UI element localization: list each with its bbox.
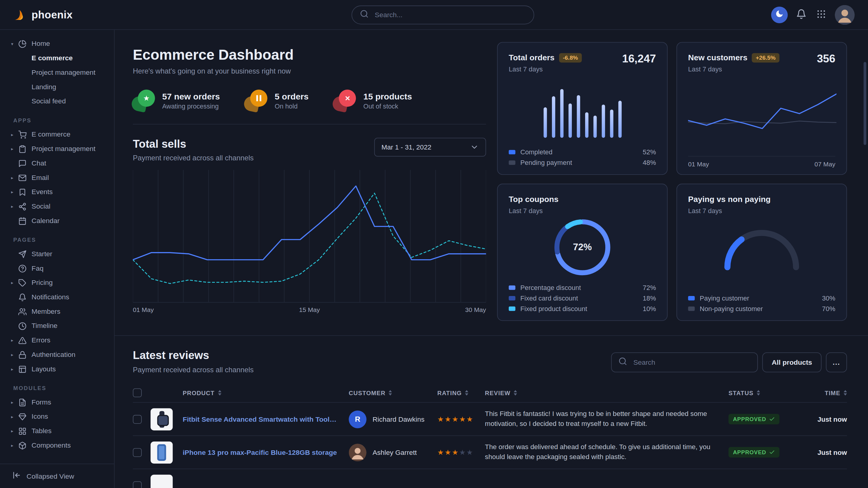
reviews-search[interactable] — [611, 352, 757, 372]
sidebar-item-pricing[interactable]: ▸Pricing — [0, 275, 114, 290]
sidebar-item-timeline[interactable]: Timeline — [0, 319, 114, 333]
bar — [593, 116, 596, 138]
brand-area[interactable]: phoenix — [0, 7, 115, 22]
tag-icon — [19, 279, 27, 287]
new-customers-x-axis: 01 May 07 May — [688, 156, 835, 168]
sidebar-item-notifications[interactable]: Notifications — [0, 290, 114, 304]
sidebar-item-members[interactable]: Members — [0, 304, 114, 319]
sidebar-item-label: Home — [32, 40, 50, 47]
total-orders-value: 16,247 — [622, 53, 656, 65]
top-navbar: phoenix — [0, 0, 868, 30]
caret-icon: ▸ — [11, 400, 19, 405]
alert-icon — [19, 336, 27, 345]
sidebar-subitem-e-commerce[interactable]: E commerce — [0, 51, 114, 65]
sidebar-item-project-management[interactable]: ▸Project management — [0, 142, 114, 156]
bar — [568, 103, 571, 138]
sidebar-item-label: Starter — [32, 250, 53, 258]
sidebar-item-icons[interactable]: ▸Icons — [0, 409, 114, 424]
sidebar-item-label: Faq — [32, 264, 44, 272]
sidebar-item-home[interactable]: ▾Home — [0, 36, 114, 51]
product-thumbnail-blank[interactable] — [151, 475, 173, 488]
global-search[interactable] — [352, 5, 534, 24]
product-thumbnail-iphone[interactable] — [151, 441, 173, 463]
date-range-value: Mar 1 - 31, 2022 — [381, 143, 432, 151]
sidebar-subitem-social-feed[interactable]: Social feed — [0, 94, 114, 108]
sidebar-subitem-project-management[interactable]: Project management — [0, 65, 114, 80]
sidebar-item-email[interactable]: ▸Email — [0, 170, 114, 185]
review-time: Just now — [817, 415, 847, 423]
sidebar-item-starter[interactable]: Starter — [0, 247, 114, 261]
sidebar-subitem-landing[interactable]: Landing — [0, 79, 114, 94]
sidebar-item-social[interactable]: ▸Social — [0, 199, 114, 214]
reviews-search-input[interactable] — [632, 358, 751, 367]
date-range-select[interactable]: Mar 1 - 31, 2022 — [374, 138, 486, 157]
legend-value: 30% — [822, 294, 835, 302]
paying-legend: Paying customer30%Non-paying customer70% — [688, 291, 835, 313]
caret-icon: ▸ — [11, 175, 19, 180]
total-orders-title: Total orders — [509, 53, 555, 62]
paying-period: Last 7 days — [688, 207, 835, 215]
collapsed-view-button[interactable]: Collapsed View — [0, 464, 114, 488]
legend-color-dot — [509, 160, 516, 165]
x-badge-icon: ✕ — [334, 90, 356, 111]
sidebar-item-label: Chat — [32, 159, 46, 167]
notifications-button[interactable] — [795, 7, 808, 22]
new-customers-period: Last 7 days — [688, 65, 779, 73]
sidebar-item-components[interactable]: ▸Components — [0, 438, 114, 453]
nine-dots-apps-button[interactable] — [815, 7, 828, 22]
total-sells-chart — [133, 170, 486, 303]
sort-icon — [465, 390, 468, 395]
row-checkbox[interactable] — [133, 448, 142, 457]
row-checkbox[interactable] — [133, 415, 142, 423]
column-header-rating[interactable]: RATING — [437, 389, 485, 396]
sidebar-item-events[interactable]: ▸Events — [0, 185, 114, 199]
rating-stars: ★★★★★ — [437, 448, 485, 457]
search-icon — [618, 357, 627, 368]
user-avatar[interactable] — [835, 5, 855, 25]
legend-label: Percentage discount — [520, 284, 643, 292]
column-header-customer[interactable]: CUSTOMER — [349, 389, 437, 396]
column-header-time[interactable]: TIME — [794, 389, 847, 396]
review-row — [133, 469, 847, 488]
star-icon: ★ — [452, 448, 459, 457]
sidebar-item-chat[interactable]: Chat — [0, 156, 114, 171]
global-search-input[interactable] — [374, 10, 526, 19]
all-products-filter-button[interactable]: All products — [763, 352, 822, 372]
row-checkbox[interactable] — [133, 481, 142, 488]
column-header-status[interactable]: STATUS — [728, 389, 794, 396]
mail-icon — [19, 173, 27, 182]
more-options-button[interactable]: ... — [826, 352, 847, 372]
select-all-checkbox[interactable] — [133, 388, 142, 397]
sidebar-item-label: Tables — [32, 427, 52, 435]
product-thumbnail-watch[interactable] — [151, 408, 173, 430]
sidebar-item-label: Social — [32, 202, 50, 210]
reviews-table: PRODUCTCUSTOMERRATINGREVIEWSTATUSTIME Fi… — [133, 383, 847, 488]
product-link[interactable]: iPhone 13 pro max-Pacific Blue-128GB sto… — [183, 449, 337, 456]
total-orders-bar-chart — [498, 89, 667, 138]
sidebar-item-tables[interactable]: ▸Tables — [0, 424, 114, 438]
sidebar-item-faq[interactable]: Faq — [0, 261, 114, 275]
sidebar-nav: ▾HomeE commerceProject managementLanding… — [0, 36, 114, 452]
column-header-review[interactable]: REVIEW — [485, 389, 728, 396]
sort-icon — [389, 390, 392, 395]
sidebar-item-forms[interactable]: ▸Forms — [0, 395, 114, 410]
sidebar-item-authentication[interactable]: ▸Authentication — [0, 348, 114, 362]
sidebar-item-layouts[interactable]: ▸Layouts — [0, 362, 114, 376]
sidebar-item-e-commerce[interactable]: ▸E commerce — [0, 127, 114, 142]
cart-icon — [19, 130, 27, 139]
reviews-table-header: PRODUCTCUSTOMERRATINGREVIEWSTATUSTIME — [133, 383, 847, 403]
product-link[interactable]: Fitbit Sense Advanced Smartwatch with To… — [183, 415, 339, 423]
theme-toggle-button[interactable] — [771, 6, 788, 23]
top-coupons-title: Top coupons — [509, 195, 559, 203]
vertical-scrollbar-thumb[interactable] — [864, 62, 866, 145]
navbar-actions — [771, 5, 868, 25]
clipboard-icon — [19, 145, 27, 153]
layout-icon — [19, 365, 27, 373]
app-root: phoenix ▾HomeE commerceProject managemen… — [0, 0, 868, 488]
bar — [585, 112, 588, 138]
star-icon: ★ — [459, 415, 466, 423]
sidebar-item-calendar[interactable]: Calendar — [0, 214, 114, 228]
sidebar-item-errors[interactable]: ▸Errors — [0, 333, 114, 348]
column-header-product[interactable]: PRODUCT — [183, 389, 349, 396]
main-content: Ecommerce Dashboard Here's what's going … — [115, 30, 868, 488]
